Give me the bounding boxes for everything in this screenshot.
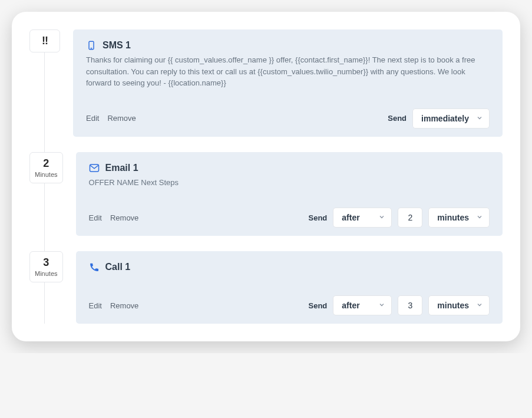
send-label: Send (388, 114, 407, 123)
time-badge: !! (29, 29, 60, 52)
time-unit: Minutes (35, 171, 58, 178)
time-unit: Minutes (35, 270, 58, 277)
time-value: 2 (35, 157, 58, 170)
card-footer: Edit Remove Send after 2 min (76, 199, 503, 236)
card-actions: Edit Remove (86, 114, 136, 123)
send-timing-select[interactable]: after (333, 295, 392, 315)
chevron-down-icon (476, 213, 483, 222)
chevron-down-icon (378, 301, 385, 310)
phone-icon (86, 40, 97, 51)
send-label: Send (309, 213, 328, 222)
card-body: SMS 1 Thanks for claiming our {{ custom_… (73, 29, 503, 100)
step-card-email: Email 1 OFFER NAME Next Steps Edit Remov… (76, 152, 503, 236)
remove-button[interactable]: Remove (110, 213, 138, 222)
workflow-panel: !! SMS 1 Thanks for claiming our {{ cust… (12, 12, 520, 341)
card-body: Email 1 OFFER NAME Next Steps (76, 152, 503, 199)
card-header: Email 1 (89, 163, 490, 173)
send-unit-select[interactable]: minutes (428, 208, 490, 228)
remove-button[interactable]: Remove (107, 114, 136, 123)
send-unit-value: minutes (437, 301, 469, 310)
step-card-sms: SMS 1 Thanks for claiming our {{ custom_… (73, 29, 503, 137)
send-controls: Send after 3 minutes (309, 295, 490, 315)
time-badge: 2 Minutes (29, 152, 63, 183)
send-timing-value: after (342, 213, 359, 222)
card-header: Call 1 (89, 262, 490, 272)
timeline: !! SMS 1 Thanks for claiming our {{ cust… (29, 29, 503, 324)
send-delay-value[interactable]: 2 (398, 208, 422, 228)
card-title: SMS 1 (103, 40, 131, 51)
chevron-down-icon (476, 114, 483, 123)
send-timing-select[interactable]: after (333, 208, 392, 228)
card-footer: Edit Remove Send immediately (73, 100, 503, 137)
send-unit-value: minutes (437, 213, 469, 222)
card-header: SMS 1 (86, 40, 490, 51)
send-controls: Send immediately (388, 108, 490, 129)
edit-button[interactable]: Edit (89, 301, 102, 310)
remove-button[interactable]: Remove (110, 301, 138, 310)
card-title: Email 1 (105, 163, 138, 173)
send-delay-value[interactable]: 3 (398, 295, 422, 315)
step-card-call: Call 1 Edit Remove Send after (76, 251, 503, 324)
edit-button[interactable]: Edit (86, 114, 99, 123)
card-footer: Edit Remove Send after 3 min (76, 287, 503, 324)
chevron-down-icon (476, 301, 483, 310)
send-timing-select[interactable]: immediately (412, 108, 490, 129)
card-description: Thanks for claiming our {{ custom_values… (86, 54, 490, 89)
edit-button[interactable]: Edit (89, 213, 102, 222)
send-timing-value: after (342, 301, 359, 310)
pause-icon: !! (42, 35, 48, 47)
time-value: 3 (35, 256, 58, 269)
phone-call-icon (89, 262, 100, 272)
step-1: !! SMS 1 Thanks for claiming our {{ cust… (29, 29, 503, 137)
time-badge: 3 Minutes (29, 251, 63, 282)
send-unit-select[interactable]: minutes (428, 295, 490, 315)
step-2: 2 Minutes Email 1 OFFER NAME Next Steps … (29, 152, 503, 236)
send-controls: Send after 2 minutes (309, 208, 490, 228)
send-timing-value: immediately (421, 114, 469, 123)
card-title: Call 1 (105, 262, 131, 272)
send-label: Send (309, 301, 328, 310)
email-icon (89, 163, 100, 173)
card-description: OFFER NAME Next Steps (89, 177, 490, 189)
step-3: 3 Minutes Call 1 Edit Remove (29, 251, 503, 324)
card-body: Call 1 (76, 251, 503, 287)
chevron-down-icon (378, 213, 385, 222)
card-actions: Edit Remove (89, 213, 139, 222)
card-actions: Edit Remove (89, 301, 139, 310)
